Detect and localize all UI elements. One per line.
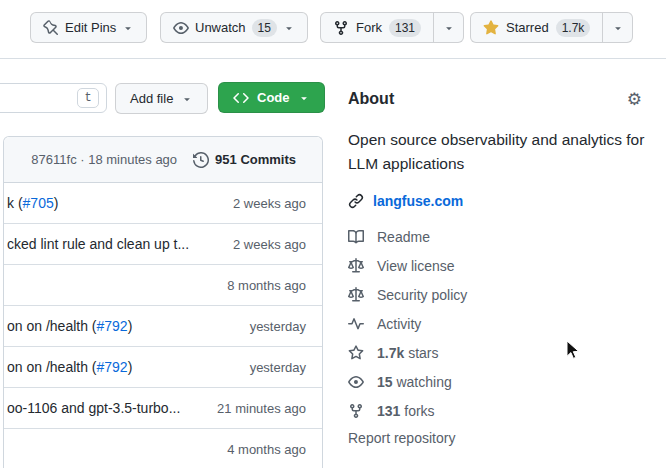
commit-age: yesterday xyxy=(250,319,322,334)
commit-message-text: cked lint rule and clean up t... xyxy=(7,236,189,252)
commit-message[interactable]: on on /health (#792) xyxy=(4,359,250,375)
forks-stat-text: 131 forks xyxy=(377,403,435,419)
issue-link[interactable]: #792 xyxy=(97,359,128,375)
pulse-icon xyxy=(348,316,364,332)
latest-commit-bar: 87611fc · 18 minutes ago 951 Commits xyxy=(4,137,322,183)
add-file-button[interactable]: Add file xyxy=(115,83,208,114)
watch-count-badge: 15 xyxy=(252,19,277,37)
star-count-badge: 1.7k xyxy=(556,19,591,37)
latest-commit-meta[interactable]: 87611fc · 18 minutes ago xyxy=(31,152,177,167)
book-icon xyxy=(348,229,364,245)
commit-message[interactable]: on on /health (#792) xyxy=(4,318,250,334)
table-row[interactable]: on on /health (#792) yesterday xyxy=(4,347,322,388)
code-button[interactable]: Code xyxy=(218,82,325,113)
repo-description: Open source observability and analytics … xyxy=(348,128,648,176)
watching-label: watching xyxy=(393,374,452,390)
about-title: About xyxy=(348,90,394,108)
star-icon xyxy=(348,345,364,361)
code-label: Code xyxy=(257,90,290,105)
stars-stat[interactable]: 1.7k stars xyxy=(348,343,648,363)
law-icon xyxy=(348,287,364,303)
commit-age: yesterday xyxy=(250,360,322,375)
law-icon xyxy=(348,258,364,274)
fork-count-badge: 131 xyxy=(389,19,421,37)
fork-icon xyxy=(348,403,364,419)
star-button-group: Starred 1.7k xyxy=(470,12,633,43)
commit-message-text: oo-1106 and gpt-3.5-turbo... xyxy=(7,400,180,416)
commit-message-text: ) xyxy=(128,359,133,375)
issue-link[interactable]: #792 xyxy=(97,318,128,334)
security-policy-link[interactable]: Security policy xyxy=(348,285,648,305)
watching-stat[interactable]: 15 watching xyxy=(348,372,648,392)
commit-history-link[interactable]: 951 Commits xyxy=(193,152,296,168)
header-divider xyxy=(0,58,666,59)
forks-label: forks xyxy=(400,403,434,419)
fork-button-group: Fork 131 xyxy=(320,12,464,43)
watching-count: 15 xyxy=(377,374,393,390)
fork-icon xyxy=(333,20,349,36)
stars-count: 1.7k xyxy=(377,345,404,361)
fork-button[interactable]: Fork 131 xyxy=(321,13,433,42)
commit-message-text: ) xyxy=(128,318,133,334)
starred-label: Starred xyxy=(506,20,549,35)
commit-message-text: on on /health ( xyxy=(7,359,97,375)
table-row[interactable]: 8 months ago xyxy=(4,265,322,306)
eye-icon xyxy=(348,374,364,390)
edit-pins-button[interactable]: Edit Pins xyxy=(30,12,147,43)
code-icon xyxy=(233,90,249,106)
commit-age: 4 months ago xyxy=(227,442,322,457)
view-license-label: View license xyxy=(377,258,455,274)
activity-link[interactable]: Activity xyxy=(348,314,648,334)
commit-message-text: k ( xyxy=(7,195,23,211)
github-repo-page: Edit Pins Unwatch 15 Fork 131 Starred 1.… xyxy=(0,0,666,468)
commit-age: 2 weeks ago xyxy=(233,196,322,211)
chevron-down-icon xyxy=(612,22,624,34)
watching-stat-text: 15 watching xyxy=(377,374,452,390)
commit-message-text: on on /health ( xyxy=(7,318,97,334)
file-table: 87611fc · 18 minutes ago 951 Commits k (… xyxy=(3,136,323,468)
unwatch-label: Unwatch xyxy=(195,20,246,35)
unwatch-button[interactable]: Unwatch 15 xyxy=(160,12,308,43)
commit-message-text: ) xyxy=(54,195,59,211)
commit-age: 8 months ago xyxy=(227,278,322,293)
link-icon xyxy=(348,193,364,209)
fork-dropdown-button[interactable] xyxy=(433,13,463,42)
commit-age: 2 weeks ago xyxy=(233,237,322,252)
keyboard-shortcut-hint: t xyxy=(77,88,99,108)
readme-label: Readme xyxy=(377,229,430,245)
go-to-file-input[interactable]: t xyxy=(0,83,107,113)
stars-stat-text: 1.7k stars xyxy=(377,345,438,361)
star-filled-icon xyxy=(483,20,499,36)
commit-message[interactable]: oo-1106 and gpt-3.5-turbo... xyxy=(4,400,217,416)
table-row[interactable]: cked lint rule and clean up t... 2 weeks… xyxy=(4,224,322,265)
forks-stat[interactable]: 131 forks xyxy=(348,401,648,421)
table-row[interactable]: on on /health (#792) yesterday xyxy=(4,306,322,347)
pin-icon xyxy=(43,20,59,36)
starred-button[interactable]: Starred 1.7k xyxy=(471,13,602,42)
website-link[interactable]: langfuse.com xyxy=(373,193,463,209)
chevron-down-icon xyxy=(298,92,310,104)
view-license-link[interactable]: View license xyxy=(348,256,648,276)
star-dropdown-button[interactable] xyxy=(602,13,632,42)
stars-label: stars xyxy=(404,345,438,361)
chevron-down-icon xyxy=(283,22,295,34)
fork-label: Fork xyxy=(356,20,382,35)
about-sidebar: About ⚙ Open source observability and an… xyxy=(348,90,648,446)
table-row[interactable]: oo-1106 and gpt-3.5-turbo... 21 minutes … xyxy=(4,388,322,429)
edit-pins-label: Edit Pins xyxy=(65,20,116,35)
forks-count: 131 xyxy=(377,403,400,419)
commit-age: 21 minutes ago xyxy=(217,401,322,416)
commit-message[interactable]: k (#705) xyxy=(4,195,233,211)
table-row[interactable]: k (#705) 2 weeks ago xyxy=(4,183,322,224)
commit-message[interactable]: cked lint rule and clean up t... xyxy=(4,236,233,252)
eye-icon xyxy=(173,20,189,36)
security-policy-label: Security policy xyxy=(377,287,467,303)
report-repository-link[interactable]: Report repository xyxy=(348,430,648,446)
table-row[interactable]: 4 months ago xyxy=(4,429,322,468)
readme-link[interactable]: Readme xyxy=(348,227,648,247)
chevron-down-icon xyxy=(443,22,455,34)
gear-icon[interactable]: ⚙ xyxy=(627,91,642,108)
commits-count-label: 951 Commits xyxy=(215,152,296,167)
issue-link[interactable]: #705 xyxy=(23,195,54,211)
chevron-down-icon xyxy=(181,93,193,105)
